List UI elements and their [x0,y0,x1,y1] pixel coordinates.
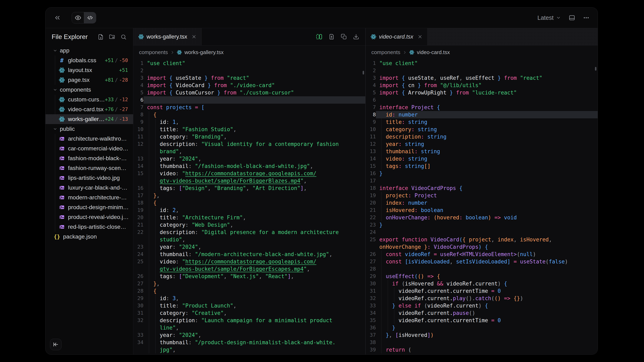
code-line[interactable]: 30 title: "Product Launch", [133,302,365,309]
breadcrumb-folder[interactable]: components [139,49,168,55]
code-line[interactable]: 15 tags: string[] [366,162,598,170]
code-line[interactable]: 19 id: 2, [133,207,365,214]
code-line[interactable]: 5import { ArrowUpRight } from "lucide-re… [366,89,598,96]
code-line[interactable]: 27 const [isVideoLoaded, setIsVideoLoade… [366,258,598,265]
preview-toggle-button[interactable] [72,12,84,23]
code-toggle-button[interactable] [84,12,96,23]
code-line[interactable]: 14 video: string [366,155,598,162]
file-row-video-card-tsx[interactable]: video-card.tsx+76/-27 [46,104,133,114]
code-line[interactable]: 17 [366,177,598,184]
collapse-panel-button[interactable] [50,339,62,350]
code-line[interactable]: 16} [366,170,598,177]
file-row-fashion-runway-scen[interactable]: fashion-runway-scen… [46,163,133,173]
code-line[interactable]: 12 description: "Visual identity for a c… [133,140,365,148]
code-line[interactable]: 32 videoRef.current.play().catch(() => {… [366,295,598,302]
code-line[interactable]: 26 tags: ["Development", "Next.js", "Rea… [133,273,365,280]
file-row-luxury-car-black-and[interactable]: luxury-car-black-and-… [46,183,133,193]
file-row-custom-curs[interactable]: custom-curs…+33/-12 [46,95,133,104]
code-line[interactable]: 8 { [133,111,365,118]
code-line[interactable]: 17 }, [133,192,365,199]
code-line[interactable]: 7interface Project { [366,104,598,111]
code-line[interactable]: 32 description: "Launch campaign for a m… [133,317,365,324]
code-line[interactable]: 7const projects = [ [133,104,365,111]
scrollbar-thumb[interactable] [363,71,364,74]
code-line[interactable]: 15 video: "https://commondatastorage.goo… [133,170,365,177]
breadcrumb-folder[interactable]: components [372,49,400,55]
code-line[interactable]: 19 project: Project [366,192,598,199]
code-line[interactable]: 34 thumbnail: "/product-design-minimalis… [133,339,365,346]
code-line[interactable]: 37 }, [isHovered]) [366,331,598,339]
code-line[interactable]: 5import { CustomCursor } from "./custom-… [133,89,365,96]
more-options-button[interactable] [583,14,590,21]
file-row-architecture-walkthro[interactable]: architecture-walkthro… [46,134,133,144]
code-line[interactable]: 25export function VideoCard({ project, i… [366,236,598,243]
code-line[interactable]: jpg", [133,346,365,354]
code-line[interactable]: 9 title: string [366,118,598,126]
copy-code-button[interactable] [341,34,347,40]
scrollbar-thumb[interactable] [595,67,596,71]
code-line[interactable]: 14 thumbnail: "/fashion-model-black-and-… [133,162,365,170]
close-tab-icon[interactable] [192,34,196,39]
code-line[interactable]: studio", [133,236,365,243]
code-line[interactable]: 34 videoRef.current.pause() [366,309,598,317]
close-tab-icon[interactable] [418,34,422,39]
file-row-red-lips-artistic-close[interactable]: red-lips-artistic-close… [46,222,133,232]
code-line[interactable]: 4import { VideoCard } from "./video-card… [133,82,365,89]
code-line[interactable]: 3import { useState, useRef, useEffect } … [366,74,598,82]
file-row-product-reveal-video-j[interactable]: product-reveal-video.j… [46,212,133,222]
code-line[interactable]: 31 category: "Creative", [133,309,365,317]
code-line[interactable]: 8 id: number [366,111,598,118]
file-row-package-json[interactable]: {}package.json [46,232,133,242]
collapse-sidebar-button[interactable] [54,14,61,21]
folder-row-app[interactable]: app [46,46,133,55]
code-line[interactable]: 27 }, [133,280,365,287]
code-line[interactable]: 6 [133,96,365,104]
code-line[interactable]: 22 description: "Digital presence for a … [133,229,365,236]
code-line[interactable]: 31 videoRef.current.currentTime = 0 [366,287,598,295]
folder-row-public[interactable]: public [46,124,133,134]
search-files-button[interactable] [120,34,126,40]
code-line[interactable]: 29 id: 3, [133,295,365,302]
split-diff-view-button[interactable] [316,33,322,40]
code-line[interactable]: 24 [366,229,598,236]
code-line[interactable]: onHoverChange }: VideoCardProps) { [366,243,598,251]
code-editor-works-gallery[interactable]: 1"use client"23import { useState } from … [133,59,365,355]
code-line[interactable]: gtv-videos-bucket/sample/ForBiggerBlazes… [133,177,365,184]
new-folder-button[interactable] [109,34,115,40]
code-line[interactable]: 2 [133,67,365,74]
download-button[interactable] [353,34,359,40]
code-line[interactable]: 10 category: string [366,126,598,133]
file-row-works-galler[interactable]: works-galler…+24/-13 [46,114,133,124]
file-row-lips-artistic-video-jpg[interactable]: lips-artistic-video.jpg [46,173,133,183]
code-line[interactable]: 2 [366,67,598,74]
breadcrumb-file[interactable]: video-card.tsx [417,49,450,55]
code-line[interactable]: 10 title: "Fashion Studio", [133,126,365,133]
file-row-page-tsx[interactable]: page.tsx+81/-28 [46,75,133,85]
code-line[interactable]: gtv-videos-bucket/sample/ForBiggerEscape… [133,265,365,273]
code-line[interactable]: brand", [133,148,365,155]
tab-video-card-tsx[interactable]: video-card.tsx [366,28,428,45]
file-row-modern-architecture[interactable]: modern-architecture-… [46,193,133,202]
code-line[interactable]: 24 thumbnail: "/modern-architecture-blac… [133,251,365,258]
code-line[interactable]: 33 year: "2024", [133,331,365,339]
version-dropdown[interactable]: Latest [538,14,561,21]
file-row-layout-tsx[interactable]: layout.tsx+51 [46,65,133,75]
code-line[interactable]: 20 title: "Architecture Firm", [133,214,365,221]
code-line[interactable]: 39 return ( [366,346,598,354]
code-line[interactable]: 16 tags: ["Design", "Branding", "Art Dir… [133,184,365,192]
code-line[interactable]: 20 index: number [366,199,598,207]
breadcrumb-file[interactable]: works-gallery.tsx [184,49,224,55]
new-file-button[interactable] [98,34,104,40]
code-line[interactable]: 25 video: "https://commondatastorage.goo… [133,258,365,265]
tab-works-gallery-tsx[interactable]: works-gallery.tsx [133,28,202,45]
code-line[interactable]: 28 [366,265,598,273]
code-line[interactable]: 6 [366,96,598,104]
file-row-globals-css[interactable]: #globals.css+51/-50 [46,55,133,65]
folder-row-components[interactable]: components [46,85,133,95]
code-line[interactable]: 11 category: "Branding", [133,133,365,140]
file-row-fashion-model-black[interactable]: fashion-model-black-… [46,153,133,163]
code-line[interactable]: 11 description: string [366,133,598,140]
code-line[interactable]: 21 isHovered: boolean [366,207,598,214]
code-line[interactable]: 1"use client" [133,60,365,67]
file-row-product-design-minim[interactable]: product-design-minim… [46,202,133,212]
